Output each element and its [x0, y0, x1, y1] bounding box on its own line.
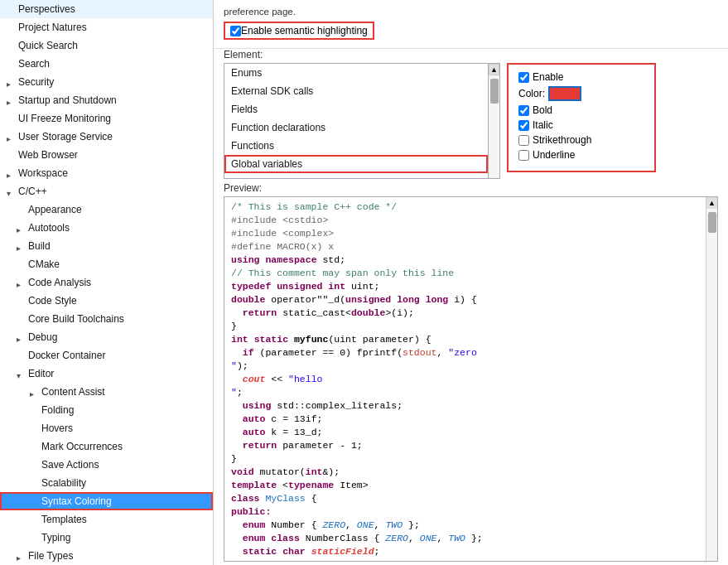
sidebar-item-templates[interactable]: Templates — [0, 510, 213, 529]
sidebar-item-build[interactable]: Build — [0, 237, 213, 255]
element-list-container: EnumsExternal SDK callsFieldsFunction de… — [214, 63, 728, 179]
sidebar-item-ui-freeze[interactable]: UI Freeze Monitoring — [0, 109, 213, 128]
sidebar-label: File Types — [28, 548, 73, 563]
sidebar-label: Code Analysis — [28, 275, 91, 290]
sidebar-item-docker-container[interactable]: Docker Container — [0, 346, 213, 365]
element-list-item[interactable]: Enums — [224, 64, 488, 82]
color-swatch[interactable] — [548, 86, 581, 101]
sidebar-label: Build — [28, 239, 51, 254]
element-list-item[interactable]: Global variables — [224, 155, 488, 173]
bold-checkbox[interactable] — [518, 105, 529, 116]
enable-color-checkbox[interactable] — [518, 72, 529, 83]
chevron-icon — [7, 186, 17, 196]
italic-label[interactable]: Italic — [533, 119, 553, 131]
sidebar-item-web-browser[interactable]: Web Browser — [0, 146, 213, 164]
sidebar-item-quick-search[interactable]: Quick Search — [0, 36, 213, 55]
sidebar-label: Search — [18, 56, 50, 71]
element-list[interactable]: EnumsExternal SDK callsFieldsFunction de… — [224, 63, 489, 179]
sidebar-label: Security — [18, 75, 54, 89]
sidebar-item-save-actions[interactable]: Save Actions — [0, 456, 213, 474]
preview-section: Preview: /* This is sample C++ code */ #… — [214, 179, 728, 565]
sidebar-item-workspace[interactable]: Workspace — [0, 164, 213, 182]
sidebar-item-debug[interactable]: Debug — [0, 328, 213, 346]
preview-code-wrap: /* This is sample C++ code */ #include <… — [224, 196, 718, 562]
sidebar-item-perspectives[interactable]: Perspectives — [0, 0, 213, 18]
sidebar-label: Workspace — [18, 166, 68, 181]
element-list-item[interactable]: External SDK calls — [224, 82, 488, 100]
underline-checkbox[interactable] — [518, 150, 529, 161]
sidebar-item-folding[interactable]: Folding — [0, 401, 213, 419]
sidebar-item-security[interactable]: Security — [0, 73, 213, 91]
chevron-icon — [17, 223, 27, 233]
sidebar-item-autotools[interactable]: Autotools — [0, 219, 213, 237]
sidebar-item-user-storage[interactable]: User Storage Service — [0, 128, 213, 146]
sidebar-label: Core Build Toolchains — [28, 311, 124, 326]
sidebar-label: Appearance — [28, 202, 82, 217]
element-label: Element: — [214, 49, 728, 60]
chevron-icon — [7, 77, 17, 87]
element-list-item[interactable]: Keywords — [224, 173, 488, 179]
sidebar-label: Perspectives — [18, 2, 75, 17]
enable-semantic-label[interactable]: Enable semantic highlighting — [241, 25, 368, 36]
sidebar-label: UI Freeze Monitoring — [18, 111, 111, 126]
sidebar-item-core-build-toolchains[interactable]: Core Build Toolchains — [0, 310, 213, 328]
sidebar-item-syntax-coloring[interactable]: Syntax Coloring — [0, 492, 213, 510]
chevron-icon — [7, 95, 17, 105]
sidebar-item-cmake[interactable]: CMake — [0, 255, 213, 273]
strikethrough-checkbox[interactable] — [518, 135, 529, 146]
sidebar-item-mark-occurrences[interactable]: Mark Occurrences — [0, 437, 213, 456]
sidebar-item-appearance[interactable]: Appearance — [0, 200, 213, 219]
sidebar-label: Folding — [41, 403, 74, 418]
scroll-up-arrow[interactable]: ▲ — [489, 64, 499, 75]
chevron-icon — [17, 241, 27, 251]
bold-label[interactable]: Bold — [533, 104, 552, 116]
underline-row: Underline — [518, 149, 644, 161]
sidebar-label: Project Natures — [18, 20, 87, 35]
enable-semantic-checkbox[interactable] — [230, 26, 241, 36]
element-list-item[interactable]: Fields — [224, 100, 488, 118]
sidebar-label: Syntax Coloring — [41, 494, 112, 509]
sidebar: PerspectivesProject NaturesQuick SearchS… — [0, 0, 214, 565]
sidebar-item-hovers[interactable]: Hovers — [0, 419, 213, 437]
scroll-thumb[interactable] — [490, 79, 499, 104]
hint-text: preference page. — [224, 7, 718, 17]
preview-scroll-up[interactable]: ▲ — [706, 197, 717, 209]
enable-color-label[interactable]: Enable — [533, 71, 563, 83]
chevron-icon — [17, 278, 27, 287]
sidebar-item-code-style[interactable]: Code Style — [0, 292, 213, 310]
color-options-panel: Enable Color: Bold Italic Strikethrough — [507, 63, 656, 172]
sidebar-label: Save Actions — [41, 457, 99, 472]
strikethrough-row: Strikethrough — [518, 134, 644, 146]
sidebar-item-startup-shutdown[interactable]: Startup and Shutdown — [0, 91, 213, 109]
sidebar-item-file-types[interactable]: File Types — [0, 547, 213, 565]
chevron-icon — [7, 132, 17, 142]
sidebar-label: Typing — [41, 530, 70, 545]
sidebar-label: Mark Occurrences — [41, 439, 123, 454]
sidebar-label: User Storage Service — [18, 129, 113, 144]
sidebar-item-project-natures[interactable]: Project Natures — [0, 18, 213, 36]
semantic-highlight-row: Enable semantic highlighting — [224, 22, 718, 40]
preview-scroll-thumb[interactable] — [708, 212, 716, 233]
chevron-icon — [7, 168, 17, 178]
sidebar-item-search[interactable]: Search — [0, 55, 213, 73]
preview-code[interactable]: /* This is sample C++ code */ #include <… — [224, 197, 717, 561]
preview-label: Preview: — [224, 182, 718, 194]
sidebar-item-editor[interactable]: Editor — [0, 365, 213, 383]
element-list-item[interactable]: Function declarations — [224, 118, 488, 137]
chevron-icon — [17, 332, 27, 342]
sidebar-item-typing[interactable]: Typing — [0, 529, 213, 547]
sidebar-label: Hovers — [41, 421, 73, 436]
italic-checkbox[interactable] — [518, 120, 529, 131]
preview-scrollbar: ▲ — [706, 197, 717, 561]
underline-label[interactable]: Underline — [533, 149, 575, 161]
sidebar-label: Docker Container — [28, 348, 105, 363]
sidebar-item-content-assist[interactable]: Content Assist — [0, 383, 213, 401]
sidebar-item-code-analysis[interactable]: Code Analysis — [0, 273, 213, 292]
sidebar-item-scalability[interactable]: Scalability — [0, 474, 213, 492]
sidebar-label: C/C++ — [18, 184, 47, 199]
strikethrough-label[interactable]: Strikethrough — [533, 134, 591, 146]
element-list-item[interactable]: Functions — [224, 137, 488, 155]
chevron-icon — [17, 369, 27, 379]
sidebar-label: Autotools — [28, 220, 70, 235]
sidebar-item-cpp[interactable]: C/C++ — [0, 182, 213, 200]
